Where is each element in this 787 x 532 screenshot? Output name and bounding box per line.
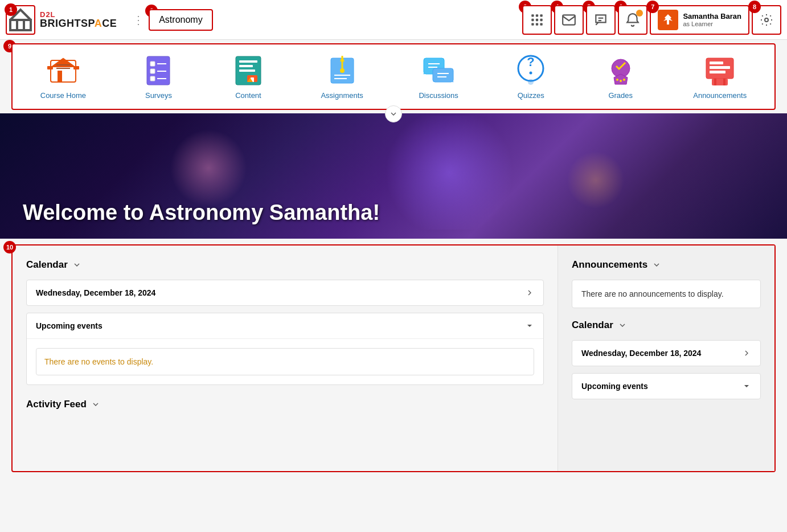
svg-rect-30 xyxy=(239,65,253,67)
nav-grades[interactable]: Grades xyxy=(595,50,647,103)
activity-feed-chevron-icon[interactable] xyxy=(91,400,100,409)
announcements-chevron-icon[interactable] xyxy=(652,260,661,269)
chat-icon xyxy=(593,13,608,27)
svg-rect-24 xyxy=(150,69,155,73)
calendar-date: Wednesday, December 18, 2024 xyxy=(36,288,155,297)
svg-rect-7 xyxy=(532,23,534,25)
nav-announcements[interactable]: Announcements xyxy=(684,50,756,103)
svg-rect-4 xyxy=(532,18,534,21)
logo: D2L BRIGHTSPACE xyxy=(40,11,117,28)
svg-rect-26 xyxy=(150,76,155,81)
collapse-nav-button[interactable] xyxy=(385,105,402,122)
announcements-widget: Announcements There are no announcements… xyxy=(572,259,761,308)
right-calendar-date-row[interactable]: Wednesday, December 18, 2024 xyxy=(572,340,761,366)
top-navbar: 1 D2L BRIGHTSPACE ⋮ 2 Astronomy 3 xyxy=(0,0,787,40)
nav-content[interactable]: Content xyxy=(222,50,274,103)
announcements-widget-header: Announcements xyxy=(572,259,761,271)
user-info: Samantha Baran as Learner xyxy=(683,12,741,27)
svg-rect-5 xyxy=(536,18,538,21)
svg-rect-2 xyxy=(536,14,538,17)
course-home-icon xyxy=(46,54,80,88)
upcoming-events-header[interactable]: Upcoming events xyxy=(27,313,543,338)
announcements-label: Announcements xyxy=(693,91,747,100)
calendar-widget-header: Calendar xyxy=(26,259,544,271)
user-role: as Learner xyxy=(683,21,741,27)
svg-point-51 xyxy=(616,79,618,81)
svg-rect-1 xyxy=(532,14,534,17)
upcoming-events-section: Upcoming events There are no events to d… xyxy=(26,313,544,385)
svg-rect-3 xyxy=(540,14,543,17)
svg-point-49 xyxy=(528,79,534,85)
activity-feed-header: Activity Feed xyxy=(26,399,544,410)
email-button[interactable] xyxy=(554,5,584,35)
notifications-button[interactable] xyxy=(618,5,647,35)
email-icon xyxy=(561,13,576,27)
calendar-date-row[interactable]: Wednesday, December 18, 2024 xyxy=(26,280,544,306)
nav-course-home[interactable]: Course Home xyxy=(31,50,95,103)
user-avatar-icon xyxy=(661,13,675,27)
no-announcements-text: There are no announcements to display. xyxy=(581,289,724,298)
svg-rect-6 xyxy=(540,18,543,21)
assignments-label: Assignments xyxy=(321,91,363,100)
svg-rect-55 xyxy=(710,62,723,64)
right-calendar-arrow-icon xyxy=(742,349,751,358)
user-profile-button[interactable]: Samantha Baran as Learner xyxy=(650,5,749,35)
right-upcoming-header[interactable]: Upcoming events xyxy=(572,374,760,399)
svg-rect-31 xyxy=(239,69,255,72)
announcements-box: There are no announcements to display. xyxy=(572,280,761,308)
notification-dot xyxy=(636,10,643,17)
nav-quizzes[interactable]: ? Quizzes xyxy=(505,50,557,103)
nav-discussions[interactable]: Discussions xyxy=(409,50,467,103)
svg-point-53 xyxy=(623,79,625,81)
nav-surveys[interactable]: Surveys xyxy=(132,50,185,103)
svg-rect-60 xyxy=(723,79,725,85)
surveys-label: Surveys xyxy=(145,91,172,100)
assignments-icon xyxy=(325,54,359,88)
course-title-button[interactable]: Astronomy xyxy=(149,9,212,31)
svg-point-52 xyxy=(620,80,622,82)
badge-10: 10 xyxy=(3,241,16,253)
svg-rect-56 xyxy=(710,66,730,69)
chat-button[interactable] xyxy=(586,5,616,35)
nav-icon-group: 3 4 xyxy=(522,5,781,35)
activity-feed-title: Activity Feed xyxy=(26,399,87,410)
upcoming-events-body: There are no events to display. xyxy=(27,338,543,384)
svg-rect-9 xyxy=(540,23,543,25)
svg-rect-15 xyxy=(47,66,53,69)
svg-rect-29 xyxy=(239,60,257,63)
announcements-icon xyxy=(703,54,737,88)
logo-brightspace: BRIGHTSPACE xyxy=(40,18,117,28)
svg-rect-0 xyxy=(10,20,31,30)
calendar-arrow-icon xyxy=(525,288,534,297)
right-upcoming-label: Upcoming events xyxy=(581,382,648,391)
chevron-down-icon xyxy=(389,109,398,118)
course-home-label: Course Home xyxy=(40,91,86,100)
badge-7: 7 xyxy=(646,1,659,13)
right-panel: Announcements There are no announcements… xyxy=(558,245,774,471)
grades-label: Grades xyxy=(608,91,633,100)
announcements-widget-title: Announcements xyxy=(572,259,647,271)
badge-8: 8 xyxy=(748,1,761,13)
right-calendar-chevron-icon[interactable] xyxy=(618,321,627,330)
nav-divider: ⋮ xyxy=(133,13,144,27)
grid-icon xyxy=(530,13,544,27)
badge-1: 1 xyxy=(5,3,17,16)
left-panel: Calendar Wednesday, December 18, 2024 Up… xyxy=(13,245,558,471)
svg-rect-59 xyxy=(714,79,716,85)
gear-icon xyxy=(760,13,773,27)
right-calendar-widget: Calendar Wednesday, December 18, 2024 Up… xyxy=(572,320,761,399)
upcoming-events-label: Upcoming events xyxy=(36,321,103,330)
svg-point-13 xyxy=(765,18,768,22)
calendar-chevron-icon[interactable] xyxy=(72,260,81,269)
avatar xyxy=(658,10,678,30)
content-label: Content xyxy=(235,91,261,100)
hero-banner: Welcome to Astronomy Samantha! xyxy=(0,113,787,239)
right-calendar-date: Wednesday, December 18, 2024 xyxy=(581,349,701,358)
right-calendar-title: Calendar xyxy=(572,320,613,331)
svg-text:?: ? xyxy=(527,55,535,69)
upcoming-chevron-icon xyxy=(525,321,534,330)
nav-assignments[interactable]: Assignments xyxy=(311,50,372,103)
waffle-menu-button[interactable] xyxy=(522,5,552,35)
surveys-icon xyxy=(141,54,175,88)
right-upcoming-chevron-icon xyxy=(742,382,751,391)
